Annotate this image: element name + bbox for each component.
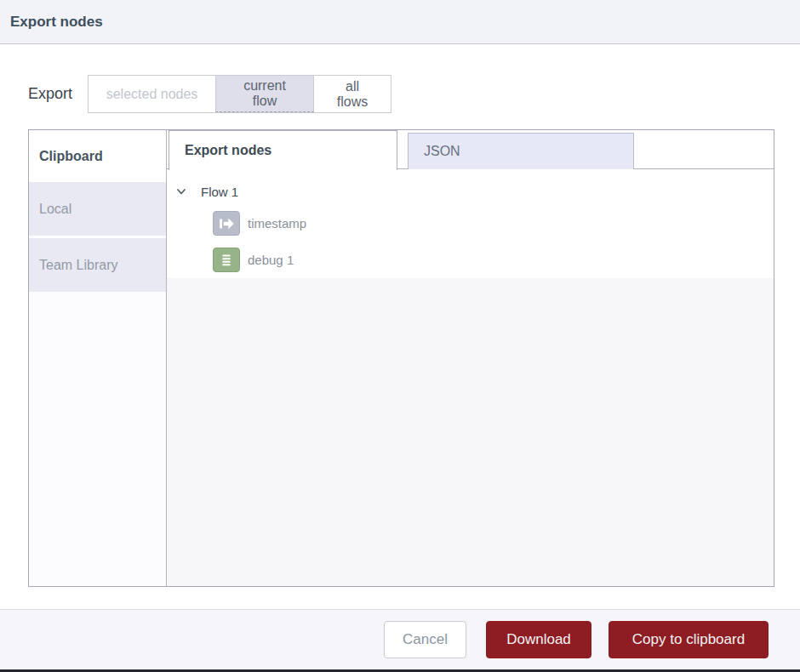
export-panel: Clipboard Local Team Library Export node…: [28, 129, 774, 587]
node-label-debug: debug 1: [248, 253, 294, 267]
tab-json-label: JSON: [424, 144, 460, 159]
dialog-header: Export nodes: [0, 0, 800, 44]
flow-label: Flow 1: [201, 185, 238, 199]
copy-to-clipboard-button[interactable]: Copy to clipboard: [609, 621, 769, 658]
export-main: Export nodes JSON Flow 1: [167, 130, 774, 586]
tree-row-timestamp[interactable]: timestamp: [167, 205, 774, 242]
export-scope-group: selected nodes current flow all flows: [88, 75, 391, 113]
cancel-button[interactable]: Cancel: [384, 621, 466, 658]
tab-json[interactable]: JSON: [408, 133, 634, 169]
export-dialog: Export nodes Export selected nodes curre…: [0, 0, 800, 672]
inject-arrow-icon: [213, 211, 240, 236]
tree-rows: Flow 1 timestamp: [167, 169, 774, 278]
scope-all-flows-button[interactable]: all flows: [314, 76, 391, 112]
library-header: Clipboard: [29, 130, 166, 182]
library-sidebar: Clipboard Local Team Library: [29, 130, 167, 586]
tab-bar: Export nodes JSON: [167, 130, 774, 169]
dialog-footer: Cancel Download Copy to clipboard: [0, 609, 800, 669]
dialog-title: Export nodes: [10, 14, 103, 31]
download-button[interactable]: Download: [486, 621, 591, 658]
tree-row-flow[interactable]: Flow 1: [167, 178, 774, 205]
sidebar-item-local[interactable]: Local: [29, 182, 166, 236]
node-label-timestamp: timestamp: [248, 216, 306, 231]
tab-export-nodes-label: Export nodes: [185, 143, 271, 158]
chevron-down-icon[interactable]: [175, 185, 187, 197]
tree-row-debug[interactable]: debug 1: [167, 242, 774, 278]
scope-selected-nodes-button[interactable]: selected nodes: [89, 76, 215, 112]
export-scope-row: Export selected nodes current flow all f…: [28, 75, 391, 113]
debug-list-icon: [213, 248, 240, 272]
sidebar-item-team-library[interactable]: Team Library: [29, 238, 166, 292]
node-tree: Flow 1 timestamp: [167, 169, 774, 586]
scope-current-flow-button[interactable]: current flow: [215, 76, 314, 112]
export-label: Export: [28, 85, 72, 103]
tab-export-nodes[interactable]: Export nodes: [169, 130, 397, 170]
